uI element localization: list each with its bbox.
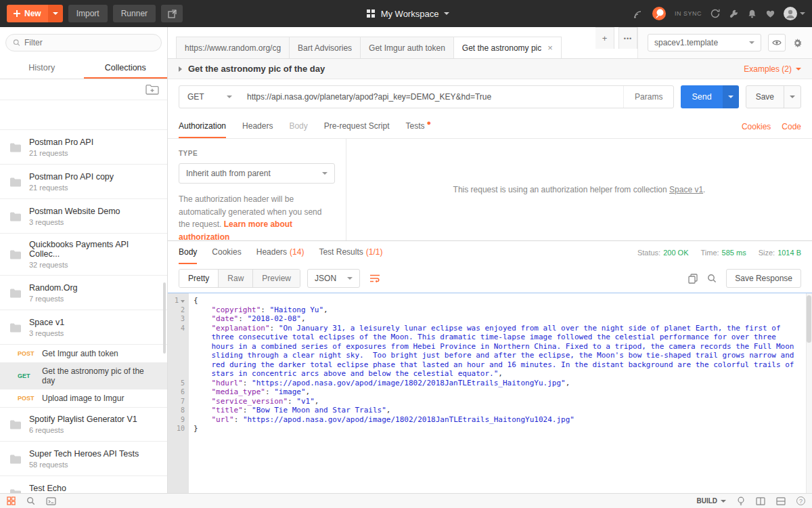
topbar-right-icons: IN SYNC	[633, 6, 805, 21]
code-token: ,	[301, 314, 306, 323]
method-value: GET	[187, 92, 204, 102]
collection-item[interactable]: Postman Website Demo3 requests	[0, 199, 167, 234]
code-link[interactable]: Code	[782, 122, 801, 131]
bell-icon[interactable]	[747, 9, 757, 19]
response-body-viewer[interactable]: 1{2 "copyright": "Haitong Yu",3 "date": …	[168, 293, 812, 493]
request-editor-tab[interactable]: Tests●	[405, 114, 431, 138]
copy-button[interactable]	[688, 274, 698, 284]
response-tab[interactable]: Headers(14)	[256, 241, 304, 264]
collapse-caret-icon[interactable]	[179, 66, 182, 72]
fold-caret-icon[interactable]	[181, 300, 185, 303]
request-editor-tab[interactable]: Headers	[242, 114, 273, 138]
collection-request-item[interactable]: POSTUpload image to Imgur	[0, 389, 167, 407]
response-tab[interactable]: Cookies	[212, 241, 241, 264]
view-mode-preview[interactable]: Preview	[252, 270, 300, 287]
new-collection-button[interactable]	[145, 84, 159, 95]
code-line: 6 "media_type": "image",	[168, 387, 812, 397]
runner-button-label: Runner	[121, 9, 148, 18]
tab-collections[interactable]: Collections	[84, 57, 168, 79]
status-bar: BUILD ?	[0, 493, 812, 508]
settings-button[interactable]	[792, 38, 803, 48]
request-builder: GET Params Send Save	[168, 79, 812, 114]
view-mode-raw[interactable]: Raw	[218, 270, 252, 287]
request-editor-tab[interactable]: Authorization	[179, 114, 226, 138]
request-tab[interactable]: https://www.random.org/cg	[176, 37, 290, 58]
build-menu[interactable]: BUILD	[696, 497, 726, 505]
method-selector[interactable]: GET	[179, 86, 240, 108]
workspace-switcher[interactable]: My Workspace	[188, 9, 627, 19]
workspace-label: My Workspace	[381, 9, 439, 19]
filter-input[interactable]	[24, 38, 154, 47]
request-tab[interactable]: Bart Advisories	[290, 37, 361, 58]
new-button[interactable]: New	[7, 5, 63, 22]
user-menu[interactable]	[784, 7, 805, 20]
heart-icon[interactable]	[765, 9, 775, 19]
auth-type-selector[interactable]: Inherit auth from parent	[179, 163, 335, 184]
wrench-icon[interactable]	[729, 9, 739, 19]
search-icon[interactable]	[26, 496, 35, 505]
console-icon[interactable]	[46, 497, 56, 505]
bulb-icon[interactable]	[737, 496, 745, 506]
two-pane-icon[interactable]	[756, 497, 765, 505]
filter-box[interactable]	[5, 34, 162, 51]
request-editor-tab-label: Authorization	[179, 121, 226, 131]
response-tab[interactable]: Body	[179, 241, 197, 264]
scrollbar[interactable]	[806, 293, 812, 493]
collection-item[interactable]: Test Echo5 requests	[0, 476, 167, 493]
runner-button[interactable]: Runner	[113, 5, 156, 22]
save-response-button[interactable]: Save Response	[726, 269, 801, 288]
sidebar-scrollbar-thumb[interactable]	[163, 282, 166, 354]
add-tab-button[interactable]: +	[595, 27, 614, 49]
help-icon[interactable]: ?	[796, 496, 805, 505]
line-number: 8	[168, 406, 188, 415]
send-button[interactable]: Send	[681, 85, 722, 108]
auth-help-text: The authorization header will be automat…	[179, 193, 335, 243]
request-editor-tab[interactable]: Body	[289, 114, 307, 138]
examples-dropdown[interactable]: Examples (2)	[744, 64, 801, 74]
format-selector[interactable]: JSON	[307, 269, 360, 288]
request-method-label: POST	[18, 350, 37, 357]
request-editor-tab[interactable]: Pre-request Script	[324, 114, 390, 138]
folder-icon	[9, 488, 21, 494]
response-tab[interactable]: Test Results(1/1)	[319, 241, 382, 264]
collection-item[interactable]: Space v13 requests	[0, 310, 167, 345]
collection-item[interactable]: Random.Org7 requests	[0, 276, 167, 310]
search-response-button[interactable]	[707, 274, 717, 283]
sync-icon[interactable]	[710, 8, 721, 19]
wrap-text-button[interactable]	[369, 274, 380, 283]
request-tab[interactable]: Get Imgur auth token	[361, 37, 454, 58]
method-caret-icon	[227, 96, 232, 98]
collection-name: Super Tech Heroes API Tests	[29, 449, 139, 459]
collection-item[interactable]: Postman Pro API copy21 requests	[0, 165, 167, 199]
request-tab[interactable]: Get the astronomy pic×	[454, 37, 562, 58]
single-pane-icon[interactable]	[776, 497, 786, 505]
satellite-icon[interactable]	[633, 8, 644, 19]
collection-item[interactable]: Quickbooks Payments API Collec...32 requ…	[0, 234, 167, 276]
collection-item[interactable]: Postman Pro API21 requests	[0, 130, 167, 165]
collection-link[interactable]: Space v1	[669, 185, 703, 194]
view-mode-pretty[interactable]: Pretty	[179, 270, 218, 287]
collection-item[interactable]: Super Tech Heroes API Tests58 requests	[0, 442, 167, 476]
url-input[interactable]	[240, 86, 623, 108]
collection-request-item[interactable]: GETGet the astronomy pic of the day	[0, 362, 167, 389]
collection-request-item[interactable]: POSTGet Imgur auth token	[0, 345, 167, 362]
close-tab-icon[interactable]: ×	[547, 43, 553, 53]
send-dropdown-caret[interactable]	[723, 85, 739, 108]
more-tabs-button[interactable]: •••	[618, 27, 637, 49]
cookies-link[interactable]: Cookies	[742, 122, 771, 131]
new-dropdown-caret[interactable]	[48, 5, 63, 22]
environment-selector[interactable]: spacev1.template	[648, 34, 761, 51]
tab-history[interactable]: History	[0, 57, 84, 79]
open-new-window-button[interactable]	[161, 5, 183, 22]
line-content: "media_type": "image",	[188, 387, 812, 397]
params-button[interactable]: Params	[623, 86, 673, 108]
import-button[interactable]: Import	[68, 5, 108, 22]
environment-preview-button[interactable]	[768, 34, 786, 51]
save-dropdown-caret[interactable]	[784, 86, 800, 108]
collection-list: Postman Pro API21 requestsPostman Pro AP…	[0, 130, 167, 493]
folder-icon	[9, 288, 21, 298]
collection-item[interactable]: Spotify Playlist Generator V16 requests	[0, 407, 167, 442]
grid-icon[interactable]	[7, 496, 16, 505]
save-button[interactable]: Save	[746, 86, 784, 108]
code-token: :	[243, 406, 252, 415]
